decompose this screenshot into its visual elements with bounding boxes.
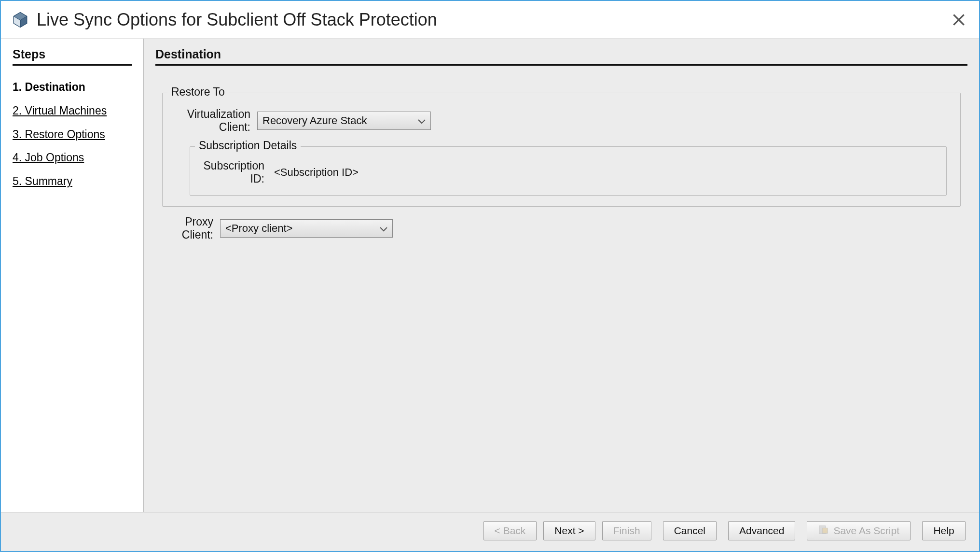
titlebar: Live Sync Options for Subclient Off Stac… [1, 1, 979, 39]
step-summary[interactable]: 5. Summary [13, 172, 132, 190]
subscription-id-label: Subscription ID: [202, 159, 271, 185]
proxy-client-row: Proxy Client: <Proxy client> [162, 215, 961, 241]
steps-sidebar: Steps 1. Destination 2. Virtual Machines… [1, 39, 144, 512]
step-job-options[interactable]: 4. Job Options [13, 149, 132, 167]
step-restore-options[interactable]: 3. Restore Options [13, 126, 132, 143]
app-icon [12, 11, 29, 28]
restore-to-group: Restore To Virtualization Client: Recove… [162, 93, 961, 207]
close-icon [951, 12, 966, 28]
save-as-script-button[interactable]: Save As Script [807, 521, 911, 540]
advanced-button[interactable]: Advanced [728, 521, 795, 540]
svg-marker-7 [823, 528, 828, 533]
virtualization-client-value: Recovery Azure Stack [262, 114, 367, 127]
form-area: Restore To Virtualization Client: Recove… [155, 66, 967, 512]
restore-to-legend: Restore To [167, 85, 229, 99]
script-icon [818, 524, 828, 538]
help-button[interactable]: Help [922, 521, 966, 540]
virtualization-client-row: Virtualization Client: Recovery Azure St… [176, 108, 947, 134]
step-destination[interactable]: 1. Destination [13, 78, 132, 96]
wizard-window: Live Sync Options for Subclient Off Stac… [0, 0, 980, 552]
virtualization-client-select[interactable]: Recovery Azure Stack [257, 112, 431, 130]
chevron-down-icon [380, 222, 387, 235]
back-button[interactable]: < Back [483, 521, 537, 540]
close-button[interactable] [949, 10, 968, 29]
proxy-client-label: Proxy Client: [162, 215, 220, 241]
subscription-details-group: Subscription Details Subscription ID: <S… [190, 146, 947, 196]
subscription-details-legend: Subscription Details [195, 139, 301, 152]
subscription-id-value: <Subscription ID> [271, 166, 359, 179]
proxy-client-value: <Proxy client> [225, 222, 292, 235]
wizard-body: Steps 1. Destination 2. Virtual Machines… [1, 39, 979, 512]
finish-button[interactable]: Finish [602, 521, 651, 540]
steps-heading: Steps [13, 47, 132, 66]
wizard-footer: < Back Next > Finish Cancel Advanced Sav… [1, 512, 979, 551]
main-panel: Destination Restore To Virtualization Cl… [144, 39, 979, 512]
save-as-script-label: Save As Script [833, 525, 899, 537]
window-title: Live Sync Options for Subclient Off Stac… [37, 10, 949, 30]
page-title: Destination [155, 47, 967, 66]
next-button[interactable]: Next > [543, 521, 595, 540]
cancel-button[interactable]: Cancel [663, 521, 717, 540]
step-virtual-machines[interactable]: 2. Virtual Machines [13, 102, 132, 120]
virtualization-client-label: Virtualization Client: [176, 108, 257, 134]
subscription-id-row: Subscription ID: <Subscription ID> [202, 159, 935, 185]
proxy-client-select[interactable]: <Proxy client> [220, 219, 393, 238]
chevron-down-icon [418, 114, 426, 127]
